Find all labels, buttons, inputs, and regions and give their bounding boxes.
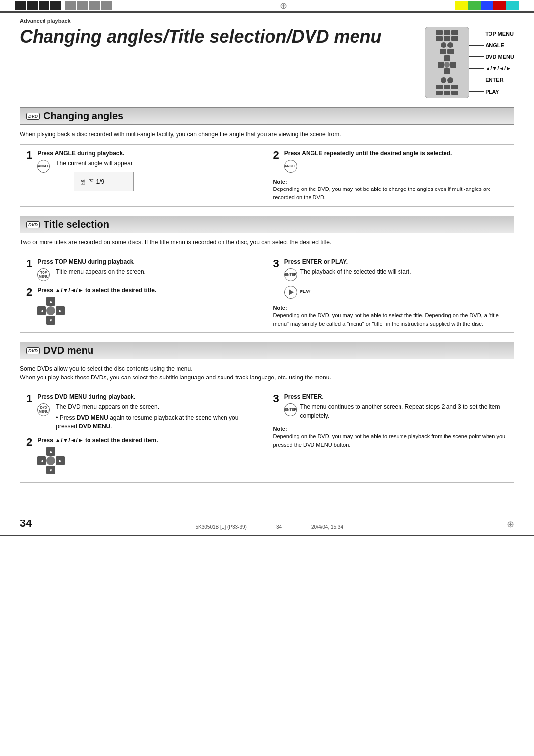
remote-label-dvd-menu: DVD MENU: [485, 54, 514, 60]
angle-button-icon: ANGLE: [37, 160, 50, 173]
remote-label-top-menu: TOP MENU: [485, 31, 514, 37]
dvd-menu-steps: 1 Press DVD MENU during playback. DVD ME…: [20, 388, 514, 483]
title-step2-header: Press ▲/▼/◄/► to select the desired titl…: [37, 287, 156, 294]
dvd-badge-angles: DVD: [26, 113, 40, 120]
dvd-step3-body: The menu continues to another screen. Re…: [300, 402, 508, 420]
remote-label-play: PLAY: [485, 89, 499, 94]
changing-angles-header: DVD Changing angles: [20, 107, 514, 125]
angles-note-text: Depending on the DVD, you may not be abl…: [273, 185, 508, 201]
dvd-badge-menu: DVD: [26, 347, 40, 354]
footer-doc-info: 5K30501B [E] (P33-39): [196, 524, 247, 530]
angles-step1-body: The current angle will appear.: [56, 159, 134, 168]
dvd-note-text: Depending on the DVD, you may not be abl…: [273, 432, 508, 449]
title-note-text: Depending on the DVD, you may not be abl…: [273, 311, 508, 328]
dvd-step3-header: Press ENTER.: [284, 393, 508, 400]
remote-label-enter: ENTER: [485, 77, 503, 83]
dvd-menu-button-icon: DVD MENU: [37, 403, 50, 416]
dvd-menu-intro: Some DVDs allow you to select the disc c…: [20, 364, 514, 382]
title-note-label: Note:: [273, 305, 287, 311]
enter-button-icon: ENTER: [284, 268, 297, 281]
angle-button-icon-2: ANGLE: [284, 160, 297, 173]
remote-label-angle: ANGLE: [485, 42, 504, 48]
title-step3-header: Press ENTER or PLAY.: [284, 258, 411, 265]
footer-date: 20/4/04, 15:34: [312, 524, 343, 530]
angles-step1-header: Press ANGLE during playback.: [37, 150, 134, 157]
angles-note-label: Note:: [273, 179, 287, 185]
page-footer: 34 5K30501B [E] (P33-39) 34 20/4/04, 15:…: [0, 512, 534, 535]
changing-angles-intro: When playing back a disc recorded with m…: [20, 130, 514, 139]
dvd-note-label: Note:: [273, 426, 287, 432]
dvd-step1-header: Press DVD MENU during playback.: [37, 393, 261, 400]
changing-angles-title: Changing angles: [44, 110, 123, 122]
dvd-menu-title: DVD menu: [44, 345, 93, 356]
title-selection-header: DVD Title selection: [20, 216, 514, 233]
title-step1-header: Press TOP MENU during playback.: [37, 258, 146, 265]
section-label: Advanced playback: [20, 18, 514, 24]
remote-label-arrows: ▲/▼/◄/►: [485, 65, 511, 71]
page-title: Changing angles/Title selection/DVD menu: [20, 27, 425, 47]
title-selection-steps: 1 Press TOP MENU during playback. TOP ME…: [20, 253, 514, 333]
changing-angles-steps: 1 Press ANGLE during playback. ANGLE The…: [20, 144, 514, 207]
dvd-step1-body: The DVD menu appears on the screen. • Pr…: [56, 402, 261, 431]
angle-display-box: 꼪 꼭 1/9: [74, 172, 134, 191]
dvd-step2-header: Press ▲/▼/◄/► to select the desired item…: [37, 437, 158, 444]
remote-image: [425, 27, 469, 98]
play-button-icon: [284, 286, 297, 299]
dvd-badge-title: DVD: [26, 221, 40, 228]
top-menu-button-icon: TOP MENU: [37, 268, 50, 281]
remote-diagram: TOP MENU ANGLE DVD MENU ▲/▼/◄/► ENTER: [425, 27, 514, 98]
enter-button-icon-2: ENTER: [284, 403, 297, 416]
title-step1-body: Title menu appears on the screen.: [56, 267, 146, 276]
angles-step2-header: Press ANGLE repeatedly until the desired…: [284, 150, 452, 157]
dvd-menu-header: DVD DVD menu: [20, 342, 514, 359]
title-selection-intro: Two or more titles are recorded on some …: [20, 238, 514, 247]
page-number: 34: [20, 517, 32, 530]
title-selection-title: Title selection: [44, 219, 109, 230]
title-step3-body: The playback of the selected title will …: [300, 267, 411, 276]
crosshair-bottom-right: ⊕: [507, 519, 514, 530]
